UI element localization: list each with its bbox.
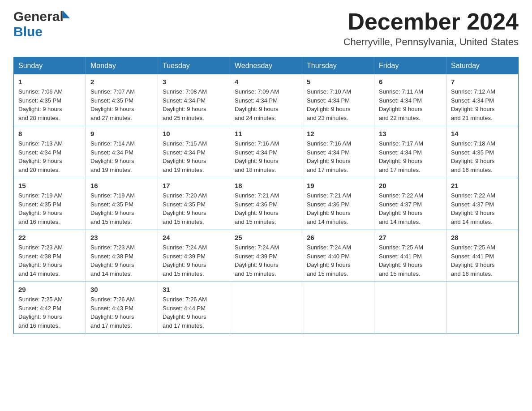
- calendar-cell: 26 Sunrise: 7:24 AM Sunset: 4:40 PM Dayl…: [302, 230, 374, 282]
- calendar-cell: 13 Sunrise: 7:17 AM Sunset: 4:34 PM Dayl…: [374, 126, 446, 178]
- calendar-week-row: 1 Sunrise: 7:06 AM Sunset: 4:35 PM Dayli…: [14, 74, 519, 126]
- weekday-header-sunday: Sunday: [14, 57, 86, 75]
- day-info: Sunrise: 7:09 AM Sunset: 4:34 PM Dayligh…: [235, 87, 297, 122]
- day-number: 9: [90, 130, 153, 137]
- month-title: December 2024: [343, 9, 519, 34]
- calendar-cell: [446, 282, 519, 334]
- calendar-cell: 2 Sunrise: 7:07 AM Sunset: 4:35 PM Dayli…: [86, 74, 158, 126]
- day-info: Sunrise: 7:25 AM Sunset: 4:42 PM Dayligh…: [18, 295, 81, 330]
- day-number: 11: [235, 130, 297, 137]
- weekday-header-monday: Monday: [86, 57, 158, 75]
- day-number: 25: [235, 234, 297, 241]
- logo-blue-text: Blue: [13, 24, 43, 39]
- calendar-cell: 18 Sunrise: 7:21 AM Sunset: 4:36 PM Dayl…: [230, 178, 302, 230]
- day-info: Sunrise: 7:16 AM Sunset: 4:34 PM Dayligh…: [235, 139, 297, 174]
- calendar-cell: [302, 282, 374, 334]
- day-number: 8: [18, 130, 81, 137]
- calendar-cell: 22 Sunrise: 7:23 AM Sunset: 4:38 PM Dayl…: [14, 230, 86, 282]
- calendar-week-row: 29 Sunrise: 7:25 AM Sunset: 4:42 PM Dayl…: [14, 282, 519, 334]
- calendar-cell: 29 Sunrise: 7:25 AM Sunset: 4:42 PM Dayl…: [14, 282, 86, 334]
- day-info: Sunrise: 7:26 AM Sunset: 4:44 PM Dayligh…: [163, 295, 225, 330]
- day-info: Sunrise: 7:18 AM Sunset: 4:35 PM Dayligh…: [451, 139, 514, 174]
- day-info: Sunrise: 7:19 AM Sunset: 4:35 PM Dayligh…: [90, 191, 153, 226]
- day-info: Sunrise: 7:17 AM Sunset: 4:34 PM Dayligh…: [379, 139, 442, 174]
- day-number: 13: [379, 130, 442, 137]
- calendar-week-row: 15 Sunrise: 7:19 AM Sunset: 4:35 PM Dayl…: [14, 178, 519, 230]
- calendar-cell: 10 Sunrise: 7:15 AM Sunset: 4:34 PM Dayl…: [158, 126, 230, 178]
- calendar-cell: 4 Sunrise: 7:09 AM Sunset: 4:34 PM Dayli…: [230, 74, 302, 126]
- weekday-header-saturday: Saturday: [446, 57, 519, 75]
- calendar-cell: 6 Sunrise: 7:11 AM Sunset: 4:34 PM Dayli…: [374, 74, 446, 126]
- calendar-week-row: 8 Sunrise: 7:13 AM Sunset: 4:34 PM Dayli…: [14, 126, 519, 178]
- calendar-cell: 12 Sunrise: 7:16 AM Sunset: 4:34 PM Dayl…: [302, 126, 374, 178]
- day-number: 3: [163, 78, 225, 86]
- calendar-cell: 1 Sunrise: 7:06 AM Sunset: 4:35 PM Dayli…: [14, 74, 86, 126]
- day-info: Sunrise: 7:08 AM Sunset: 4:34 PM Dayligh…: [163, 87, 225, 122]
- calendar-cell: 30 Sunrise: 7:26 AM Sunset: 4:43 PM Dayl…: [86, 282, 158, 334]
- day-number: 4: [235, 78, 297, 86]
- calendar-cell: 23 Sunrise: 7:23 AM Sunset: 4:38 PM Dayl…: [86, 230, 158, 282]
- day-number: 16: [90, 182, 153, 189]
- day-info: Sunrise: 7:06 AM Sunset: 4:35 PM Dayligh…: [18, 87, 81, 122]
- weekday-header-wednesday: Wednesday: [230, 57, 302, 75]
- weekday-header-row: SundayMondayTuesdayWednesdayThursdayFrid…: [14, 57, 519, 75]
- day-number: 18: [235, 182, 297, 189]
- day-number: 19: [307, 182, 369, 189]
- day-number: 2: [90, 78, 153, 86]
- day-number: 17: [163, 182, 225, 189]
- logo: General Blue: [13, 9, 70, 39]
- title-area: December 2024 Cherryville, Pennsylvania,…: [343, 9, 519, 48]
- day-info: Sunrise: 7:22 AM Sunset: 4:37 PM Dayligh…: [451, 191, 514, 226]
- day-number: 30: [90, 286, 153, 293]
- header: General Blue December 2024 Cherryville, …: [13, 9, 519, 48]
- day-number: 7: [451, 78, 514, 86]
- day-number: 24: [163, 234, 225, 241]
- calendar-cell: 5 Sunrise: 7:10 AM Sunset: 4:34 PM Dayli…: [302, 74, 374, 126]
- day-number: 31: [163, 286, 225, 293]
- logo-wrapper: General: [13, 9, 70, 24]
- day-number: 12: [307, 130, 369, 137]
- calendar-cell: 16 Sunrise: 7:19 AM Sunset: 4:35 PM Dayl…: [86, 178, 158, 230]
- day-info: Sunrise: 7:21 AM Sunset: 4:36 PM Dayligh…: [307, 191, 369, 226]
- calendar-cell: 15 Sunrise: 7:19 AM Sunset: 4:35 PM Dayl…: [14, 178, 86, 230]
- calendar-cell: 9 Sunrise: 7:14 AM Sunset: 4:34 PM Dayli…: [86, 126, 158, 178]
- day-info: Sunrise: 7:14 AM Sunset: 4:34 PM Dayligh…: [90, 139, 153, 174]
- location-title: Cherryville, Pennsylvania, United States: [343, 36, 519, 48]
- day-number: 22: [18, 234, 81, 241]
- calendar-cell: 31 Sunrise: 7:26 AM Sunset: 4:44 PM Dayl…: [158, 282, 230, 334]
- day-info: Sunrise: 7:19 AM Sunset: 4:35 PM Dayligh…: [18, 191, 81, 226]
- day-info: Sunrise: 7:23 AM Sunset: 4:38 PM Dayligh…: [90, 243, 153, 278]
- day-info: Sunrise: 7:20 AM Sunset: 4:35 PM Dayligh…: [163, 191, 225, 226]
- calendar-cell: 21 Sunrise: 7:22 AM Sunset: 4:37 PM Dayl…: [446, 178, 519, 230]
- day-number: 23: [90, 234, 153, 241]
- calendar-cell: 24 Sunrise: 7:24 AM Sunset: 4:39 PM Dayl…: [158, 230, 230, 282]
- day-number: 21: [451, 182, 514, 189]
- day-number: 1: [18, 78, 81, 86]
- day-number: 6: [379, 78, 442, 86]
- calendar-cell: 28 Sunrise: 7:25 AM Sunset: 4:41 PM Dayl…: [446, 230, 519, 282]
- day-number: 20: [379, 182, 442, 189]
- calendar-cell: 8 Sunrise: 7:13 AM Sunset: 4:34 PM Dayli…: [14, 126, 86, 178]
- day-info: Sunrise: 7:26 AM Sunset: 4:43 PM Dayligh…: [90, 295, 153, 330]
- day-number: 26: [307, 234, 369, 241]
- calendar-cell: 11 Sunrise: 7:16 AM Sunset: 4:34 PM Dayl…: [230, 126, 302, 178]
- calendar-cell: 14 Sunrise: 7:18 AM Sunset: 4:35 PM Dayl…: [446, 126, 519, 178]
- day-info: Sunrise: 7:24 AM Sunset: 4:39 PM Dayligh…: [163, 243, 225, 278]
- calendar-cell: [374, 282, 446, 334]
- calendar-week-row: 22 Sunrise: 7:23 AM Sunset: 4:38 PM Dayl…: [14, 230, 519, 282]
- calendar-cell: 27 Sunrise: 7:25 AM Sunset: 4:41 PM Dayl…: [374, 230, 446, 282]
- calendar-cell: 7 Sunrise: 7:12 AM Sunset: 4:34 PM Dayli…: [446, 74, 519, 126]
- day-number: 29: [18, 286, 81, 293]
- day-number: 27: [379, 234, 442, 241]
- day-number: 14: [451, 130, 514, 137]
- day-info: Sunrise: 7:21 AM Sunset: 4:36 PM Dayligh…: [235, 191, 297, 226]
- calendar-cell: [230, 282, 302, 334]
- day-info: Sunrise: 7:07 AM Sunset: 4:35 PM Dayligh…: [90, 87, 153, 122]
- calendar-cell: 25 Sunrise: 7:24 AM Sunset: 4:39 PM Dayl…: [230, 230, 302, 282]
- calendar-cell: 20 Sunrise: 7:22 AM Sunset: 4:37 PM Dayl…: [374, 178, 446, 230]
- day-info: Sunrise: 7:11 AM Sunset: 4:34 PM Dayligh…: [379, 87, 442, 122]
- logo-arrow-icon: [63, 10, 70, 18]
- day-info: Sunrise: 7:22 AM Sunset: 4:37 PM Dayligh…: [379, 191, 442, 226]
- weekday-header-friday: Friday: [374, 57, 446, 75]
- day-info: Sunrise: 7:24 AM Sunset: 4:40 PM Dayligh…: [307, 243, 369, 278]
